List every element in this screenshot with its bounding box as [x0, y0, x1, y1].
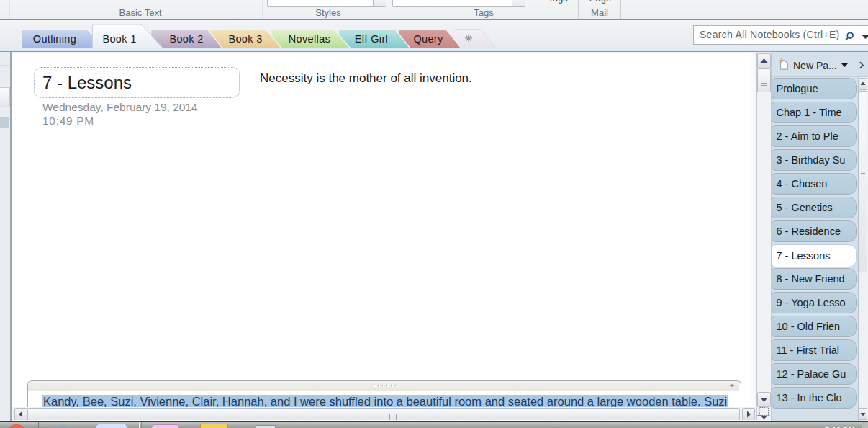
svg-text:Book 2: Book 2 [169, 33, 203, 45]
svg-text:Elf Girl: Elf Girl [355, 33, 388, 45]
svg-text:Novellas: Novellas [289, 33, 330, 45]
svg-text:Book 3: Book 3 [228, 33, 262, 45]
svg-text:Outlining: Outlining [33, 33, 76, 45]
svg-text:Book 1: Book 1 [102, 33, 136, 45]
svg-text:Query: Query [413, 33, 443, 45]
